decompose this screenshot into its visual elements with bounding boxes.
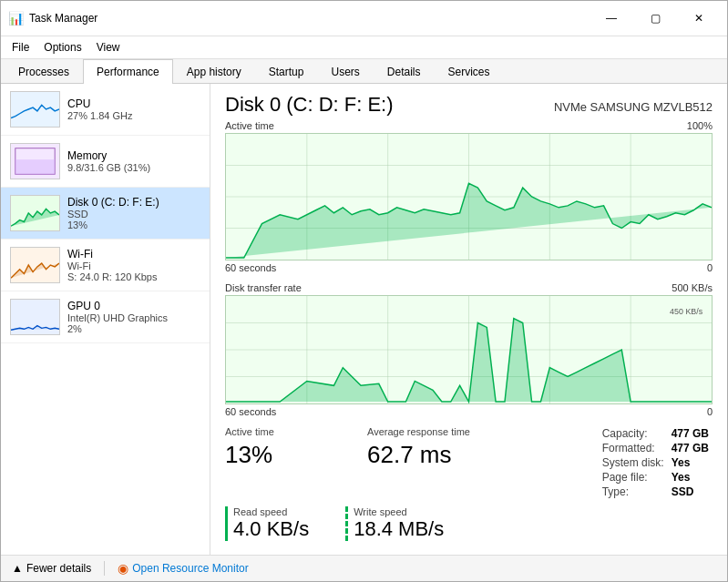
system-disk-value: Yes <box>668 455 713 470</box>
read-speed-label: Read speed <box>233 506 309 517</box>
page-file-value: Yes <box>668 470 713 485</box>
menu-bar: File Options View <box>1 36 727 59</box>
gpu0-sub1: Intel(R) UHD Graphics <box>67 312 200 323</box>
task-manager-window: 📊 Task Manager — ▢ ✕ File Options View P… <box>0 0 728 582</box>
type-value: SSD <box>668 485 713 499</box>
chart2-bottom: 60 seconds 0 <box>225 406 713 417</box>
sidebar: CPU 27% 1.84 GHz Memory 9.8/31.6 GB (31%… <box>1 84 210 555</box>
monitor-icon: ◉ <box>118 561 128 576</box>
sidebar-item-gpu0[interactable]: GPU 0 Intel(R) UHD Graphics 2% <box>1 291 210 343</box>
tab-processes[interactable]: Processes <box>5 59 83 84</box>
wifi-thumbnail <box>10 247 60 283</box>
system-disk-row: System disk: Yes <box>599 455 713 470</box>
stats-area: Active time 13% Average response time 62… <box>225 426 713 499</box>
tab-details[interactable]: Details <box>374 59 435 84</box>
chart1-time: 60 seconds <box>225 262 276 273</box>
wifi-title: Wi-Fi <box>67 248 200 260</box>
disk-thumbnail <box>10 195 60 231</box>
write-speed-label: Write speed <box>354 506 444 517</box>
disk-header: Disk 0 (C: D: F: E:) NVMe SAMSUNG MZVLB5… <box>225 93 713 117</box>
gpu0-title: GPU 0 <box>67 300 200 312</box>
disk-title: Disk 0 (C: D: F: E:) <box>225 93 394 117</box>
formatted-label: Formatted: <box>599 441 668 455</box>
disk0-sub2: 13% <box>67 220 200 230</box>
chart2-label: Disk transfer rate <box>225 282 302 293</box>
gpu0-info: GPU 0 Intel(R) UHD Graphics 2% <box>67 300 200 334</box>
menu-view[interactable]: View <box>89 38 128 56</box>
window-title: Task Manager <box>29 12 585 25</box>
memory-info: Memory 9.8/31.6 GB (31%) <box>67 149 200 173</box>
disk0-title: Disk 0 (C: D: F: E:) <box>67 196 200 209</box>
transfer-rate-chart-section: Disk transfer rate 500 KB/s <box>225 282 713 417</box>
tab-app-history[interactable]: App history <box>173 59 255 84</box>
chart1-label: Active time <box>225 120 274 131</box>
disk-model: NVMe SAMSUNG MZVLB512 <box>554 100 713 114</box>
memory-thumbnail <box>10 143 60 179</box>
svg-rect-1 <box>15 159 55 174</box>
wifi-info: Wi-Fi Wi-Fi S: 24.0 R: 120 Kbps <box>67 248 200 282</box>
window-controls: — ▢ ✕ <box>590 6 720 30</box>
formatted-value: 477 GB <box>668 441 713 455</box>
active-time-chart-section: Active time 100% <box>225 120 713 273</box>
title-bar: 📊 Task Manager — ▢ ✕ <box>1 1 727 36</box>
page-file-label: Page file: <box>599 470 668 485</box>
bottom-bar: ▲ Fewer details ◉ Open Resource Monitor <box>1 555 727 581</box>
gpu0-sub2: 2% <box>67 323 200 334</box>
write-speed-block: Write speed 18.4 MB/s <box>345 506 462 541</box>
tab-users[interactable]: Users <box>317 59 373 84</box>
capacity-value: 477 GB <box>668 426 713 441</box>
gpu-thumbnail <box>10 299 60 335</box>
maximize-button[interactable]: ▢ <box>634 6 676 30</box>
disk0-info: Disk 0 (C: D: F: E:) SSD 13% <box>67 196 200 230</box>
close-button[interactable]: ✕ <box>678 6 720 30</box>
minimize-button[interactable]: — <box>590 6 632 30</box>
avg-response-block: Average response time 62.7 ms <box>367 426 513 469</box>
type-row: Type: SSD <box>599 485 713 499</box>
left-stats: Active time 13% <box>225 426 353 469</box>
sidebar-item-disk0[interactable]: Disk 0 (C: D: F: E:) SSD 13% <box>1 188 210 240</box>
chart2-time: 60 seconds <box>225 406 276 417</box>
active-time-value: 13% <box>225 441 353 469</box>
chart1-min: 0 <box>707 262 713 273</box>
open-resource-monitor-link[interactable]: ◉ Open Resource Monitor <box>118 561 248 576</box>
sidebar-item-wifi[interactable]: Wi-Fi Wi-Fi S: 24.0 R: 120 Kbps <box>1 240 210 291</box>
capacity-row: Capacity: 477 GB <box>599 426 713 441</box>
cpu-title: CPU <box>67 97 200 110</box>
page-file-row: Page file: Yes <box>599 470 713 485</box>
chart1-labels: Active time 100% <box>225 120 713 131</box>
content-area: CPU 27% 1.84 GHz Memory 9.8/31.6 GB (31%… <box>1 84 727 555</box>
tab-services[interactable]: Services <box>435 59 504 84</box>
sidebar-item-memory[interactable]: Memory 9.8/31.6 GB (31%) <box>1 136 210 188</box>
memory-title: Memory <box>67 149 200 162</box>
formatted-row: Formatted: 477 GB <box>599 441 713 455</box>
fewer-details-label: Fewer details <box>26 562 91 575</box>
read-speed-value: 4.0 KB/s <box>233 517 309 541</box>
transfer-rate-chart: 450 KB/s <box>225 295 713 404</box>
sidebar-item-cpu[interactable]: CPU 27% 1.84 GHz <box>1 84 210 136</box>
svg-text:450 KB/s: 450 KB/s <box>670 307 703 316</box>
cpu-info: CPU 27% 1.84 GHz <box>67 97 200 121</box>
chevron-up-icon: ▲ <box>12 562 23 575</box>
tab-startup[interactable]: Startup <box>255 59 318 84</box>
write-speed-value: 18.4 MB/s <box>354 517 444 541</box>
menu-options[interactable]: Options <box>36 38 88 56</box>
memory-sub: 9.8/31.6 GB (31%) <box>67 162 200 173</box>
right-stats-table: Capacity: 477 GB Formatted: 477 GB Syste… <box>599 426 713 499</box>
app-icon: 📊 <box>8 11 24 26</box>
bottom-separator <box>104 561 105 576</box>
open-monitor-label: Open Resource Monitor <box>132 562 248 575</box>
chart1-bottom: 60 seconds 0 <box>225 262 713 273</box>
chart2-max: 500 KB/s <box>672 282 713 293</box>
chart1-svg <box>226 134 712 260</box>
capacity-label: Capacity: <box>599 426 668 441</box>
cpu-thumbnail <box>10 91 60 128</box>
chart2-svg: 450 KB/s <box>226 296 712 403</box>
type-label: Type: <box>599 485 668 499</box>
tab-bar: Processes Performance App history Startu… <box>1 59 727 84</box>
tab-performance[interactable]: Performance <box>83 59 173 84</box>
fewer-details-button[interactable]: ▲ Fewer details <box>12 562 91 575</box>
wifi-sub2: S: 24.0 R: 120 Kbps <box>67 271 200 282</box>
chart1-max: 100% <box>687 120 713 131</box>
cpu-sub: 27% 1.84 GHz <box>67 110 200 121</box>
menu-file[interactable]: File <box>5 38 36 56</box>
